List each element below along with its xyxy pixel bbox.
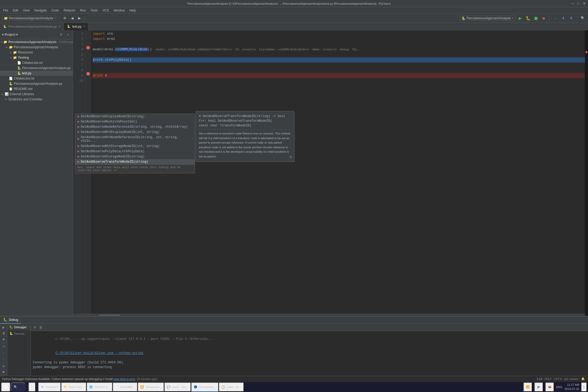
- code-line-8: [93, 68, 586, 73]
- debug-stop-btn[interactable]: ■: [1, 337, 7, 342]
- taskbar-totalcmd[interactable]: 📁 Total Com...: [61, 382, 87, 392]
- debug-evaluate-btn[interactable]: ≡: [1, 364, 7, 369]
- project-dropdown-icon: ▾: [2, 33, 4, 36]
- ac-item-9-selected[interactable]: m SetAndObserveTransformNodeID(string): [75, 159, 195, 164]
- run-config-selector[interactable]: 🐍 PercutaneousApproachAnalysis ▾: [459, 16, 516, 21]
- tree-resources[interactable]: ▸ 📁 Resources: [0, 50, 73, 55]
- settings-btn[interactable]: ⚙: [62, 15, 68, 21]
- maximize-button[interactable]: □: [577, 2, 580, 5]
- ac-item-4[interactable]: m SetAndObserveNthDisplayNodeID(int, str…: [75, 130, 195, 135]
- minimize-button[interactable]: ─: [571, 2, 574, 5]
- ac-item-1[interactable]: m SetAndObserveDisplayNodeID(string): [75, 114, 195, 119]
- tab-test[interactable]: 🐍 test.py ✕: [64, 23, 88, 30]
- debug-button[interactable]: 🐛: [525, 15, 531, 21]
- taskbar-slack[interactable]: 💬 Slack - Slic...: [164, 382, 191, 392]
- tab-close-2[interactable]: ✕: [83, 25, 85, 28]
- menu-navigate[interactable]: Navigate: [32, 8, 49, 13]
- tree-ext-libs[interactable]: ▸ 📊 External Libraries: [0, 91, 73, 97]
- ac-item-3[interactable]: m SetAndObserveNodeReferenceID(string, s…: [75, 124, 195, 130]
- run-coverage-btn[interactable]: ⬤: [533, 15, 539, 21]
- taskbar-cortana[interactable]: ○: [28, 382, 36, 392]
- ac-item-2[interactable]: m SetAndObserveMesh(vtkPointSet): [75, 119, 195, 124]
- taskbar-search[interactable]: 🔍: [10, 382, 26, 392]
- menu-vcs[interactable]: VCS: [100, 8, 111, 13]
- debug-subtab-console[interactable]: 🐍 Percuta...: [7, 330, 30, 337]
- taskbar-show-desktop[interactable]: ▐: [581, 382, 587, 392]
- tree-percutaneous-py[interactable]: 🐍 PercutaneousApproachAnalysis.py: [0, 65, 73, 71]
- debug-tb-settings[interactable]: ⚙: [32, 324, 38, 330]
- menu-edit[interactable]: Edit: [11, 8, 20, 13]
- taskbar-browser[interactable]: 🌐 2018-07-2...: [87, 382, 112, 392]
- tree-main-py[interactable]: 🐍 PercutaneousApproachAnalysis.py: [0, 81, 73, 86]
- tree-scratches[interactable]: ✏ Scratches and Consoles: [0, 97, 73, 102]
- taskbar-pycharm[interactable]: 🔵 Percutaneo...: [191, 382, 218, 392]
- debug-pause-btn[interactable]: ⏸: [1, 331, 7, 336]
- menu-help[interactable]: Help: [127, 8, 138, 13]
- taskbar-audio-icon[interactable]: 🔊: [534, 382, 543, 392]
- menu-run[interactable]: Run: [78, 8, 88, 13]
- ac-item-8[interactable]: m SetAndObserveStorageNodeID(string): [75, 154, 195, 159]
- notification-text: Python Debugger Extension Available: Cyt…: [2, 377, 157, 381]
- status-notifications-btn[interactable]: 🔔: [580, 376, 586, 382]
- tree-cmake-inner[interactable]: 📄 CMakeLists.txt: [0, 60, 73, 65]
- tree-cmake-outer[interactable]: 📄 CMakeLists.txt: [0, 76, 73, 81]
- menu-file[interactable]: File: [1, 8, 10, 13]
- doc-gear-icon[interactable]: ⚙: [289, 155, 292, 160]
- debug-watch-btn[interactable]: 👁: [1, 370, 7, 375]
- h-scroll-thumb[interactable]: [99, 314, 120, 316]
- ac-item-5[interactable]: m SetAndObserveNthNodeReferenceID(string…: [75, 135, 195, 144]
- taskbar-lister[interactable]: 📋 Lister - [c\...: [219, 382, 244, 392]
- project-selector[interactable]: 📁 PercutaneousApproachAnalysis ▾: [2, 16, 57, 21]
- taskbar-outlook[interactable]: 📧 Outlook 2: [38, 382, 61, 392]
- nav-forward-btn[interactable]: ▶: [76, 15, 83, 21]
- taskbar-clock[interactable]: 11:17 AM 2018-07-20: [565, 383, 579, 391]
- tree-readme[interactable]: 📋 README.md: [0, 86, 73, 91]
- debug-tb-clear[interactable]: 🗑: [38, 324, 44, 330]
- menu-refactor[interactable]: Refactor: [62, 8, 77, 13]
- bottom-tab-debug[interactable]: 🐛 Debug: [0, 316, 21, 324]
- menu-tools[interactable]: Tools: [88, 8, 100, 13]
- debug-path-link[interactable]: C:\D\S4\Slicer-build\Slicer.exe --python…: [55, 351, 143, 355]
- tree-testing[interactable]: ▾ 📁 Testing: [0, 55, 73, 60]
- taskbar-network-icon[interactable]: 📶: [523, 382, 532, 392]
- tab-close-1[interactable]: ✕: [58, 25, 60, 28]
- tab-percutaneous[interactable]: 🐍 PercutaneousApproachAnalysis.py ✕: [0, 23, 64, 30]
- stop-button[interactable]: ■: [541, 15, 547, 21]
- close-button[interactable]: ✕: [582, 2, 586, 5]
- tree-root[interactable]: ▾ 📁 PercutaneousApproachAnalysis C:\D\Pe…: [0, 39, 73, 45]
- debug-subtab-debugger[interactable]: 🐛 Debugger: [7, 324, 30, 330]
- sidebar-layout-btn[interactable]: ≡: [65, 32, 71, 38]
- debug-step-into[interactable]: ↓: [1, 350, 7, 355]
- sidebar-settings-btn[interactable]: ⚙: [58, 32, 64, 38]
- debug-resume-btn[interactable]: ▶: [1, 325, 7, 330]
- tree-readme-label: README.md: [14, 87, 32, 91]
- menu-view[interactable]: View: [21, 8, 32, 13]
- menu-window[interactable]: Window: [112, 8, 127, 13]
- taskbar: ⊞ 🔍 ○ 📧 Outlook 2 📁 Total Com... 🌐 2018-…: [0, 382, 588, 392]
- project-title[interactable]: ▾ Project ▾: [2, 33, 18, 36]
- doc-sig-line1: V.SetAndObserveTransformNodeID(string) -…: [199, 114, 291, 119]
- debug-step-out[interactable]: ↑: [1, 356, 7, 361]
- ac-icon-5: m: [77, 138, 79, 141]
- pycharm-icon: 🔵: [194, 385, 197, 389]
- tree-sub-folder[interactable]: ▾ 📁 PercutaneousApproachAnalysis: [0, 45, 73, 50]
- start-button[interactable]: ⊞: [1, 382, 10, 392]
- menu-code[interactable]: Code: [49, 8, 61, 13]
- step-over-btn[interactable]: ↓: [552, 15, 559, 21]
- debug-step-over[interactable]: ↷: [1, 344, 7, 349]
- ac-item-7[interactable]: m SetAndObservePolyData(vtkPolyData): [75, 149, 195, 154]
- run-button[interactable]: ▶: [517, 15, 523, 21]
- notif-link[interactable]: How does it work: [113, 377, 135, 381]
- step-into-btn[interactable]: ⬇: [560, 15, 566, 21]
- ac-item-6[interactable]: m SetAndObserveNthStorageNodeID(int, str…: [75, 144, 195, 149]
- project-icon: 📁: [4, 16, 8, 20]
- step-out-btn[interactable]: ⬆: [568, 15, 574, 21]
- taskbar-dropbox-icon[interactable]: 📦: [545, 382, 554, 392]
- taskbar-tortoise[interactable]: 🔀 TortoiseGit...: [138, 382, 164, 392]
- horizontal-scrollbar[interactable]: [73, 314, 588, 316]
- tree-test-py[interactable]: 🐍 test.py: [0, 71, 73, 76]
- search-everywhere-btn[interactable]: 🔍: [580, 15, 586, 21]
- ac-icon-1: m: [77, 115, 79, 118]
- taskbar-readme[interactable]: 📄 README...: [113, 382, 138, 392]
- nav-back-btn[interactable]: ◀: [69, 15, 75, 21]
